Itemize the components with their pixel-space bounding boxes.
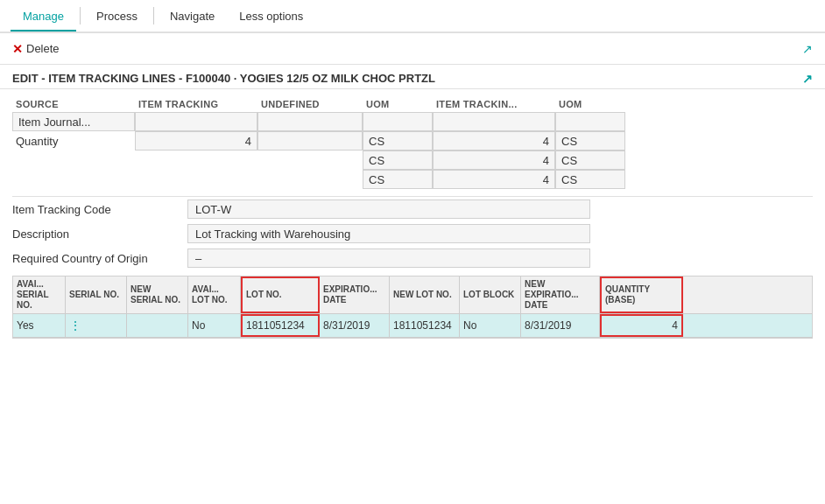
th-expiration-date: EXPIRATIO... DATE [320,276,390,313]
country-label: Required Country of Origin [12,252,187,265]
th-new-exp-date: NEW EXPIRATIO... DATE [521,276,600,313]
uom2-qty-value[interactable]: CS [555,131,625,150]
item-tracking-table: AVAI... SERIAL NO. SERIAL NO. NEW SERIAL… [12,276,813,339]
uom-header-value [363,112,433,131]
table-row: Yes ⋮ No 1811051234 8/31/2019 1811051234… [13,314,812,338]
tracking-code-value[interactable]: LOT-W [187,200,590,219]
td-avail-serial[interactable]: Yes [13,314,66,337]
nav-process[interactable]: Process [84,3,150,30]
th-lot-block: LOT BLOCK [460,276,521,313]
td-new-exp-date[interactable]: 8/31/2019 [521,314,600,337]
undefined-qty-value [257,131,363,150]
nav-navigate[interactable]: Navigate [158,3,227,30]
sub-row1-uom2[interactable]: CS [555,150,625,170]
uom2-header-value [555,112,625,131]
collapse-icon[interactable]: ↗ [802,72,813,86]
toolbar: ✕ Delete ↗ [0,33,825,65]
info-row-tracking-code: Item Tracking Code LOT-W [12,197,813,221]
source-value[interactable]: Item Journal... [12,112,135,131]
sub-row2-uom[interactable]: CS [363,170,433,189]
col-header-item-trackin: ITEM TRACKIN... [433,96,555,112]
item-tracking-header-value [135,112,257,131]
ellipsis-icon[interactable]: ⋮ [69,318,81,332]
edit-header: ↗ EDIT - ITEM TRACKING LINES - F100040 ·… [0,65,825,89]
nav-divider-1 [80,7,81,24]
main-content: SOURCE ITEM TRACKING UNDEFINED UOM ITEM … [0,89,825,346]
tracking-code-label: Item Tracking Code [12,203,187,216]
nav-divider-2 [153,7,154,24]
td-three-dots[interactable]: ⋮ [66,314,127,337]
td-expiration-date[interactable]: 8/31/2019 [320,314,390,337]
info-row-country: Required Country of Origin – [12,246,813,270]
th-new-lot-no: NEW LOT NO. [390,276,460,313]
td-lot-no[interactable]: 1811051234 [241,314,320,337]
col-header-uom: UOM [363,96,433,112]
td-quantity-base[interactable]: 4 [600,314,683,337]
th-lot-no: LOT NO. [241,276,320,313]
expand-icon[interactable]: ↗ [802,42,813,56]
sub-row2-uom2[interactable]: CS [555,170,625,189]
nav-less-options[interactable]: Less options [227,3,315,30]
source-qty-value[interactable]: 4 [135,131,257,150]
edit-title: EDIT - ITEM TRACKING LINES - F100040 · Y… [12,72,435,85]
th-avail-serial: AVAI... SERIAL NO. [13,276,66,313]
col-header-uom2: UOM [555,96,625,112]
undefined-header-value [257,112,363,131]
description-value[interactable]: Lot Tracking with Warehousing [187,224,590,243]
delete-button[interactable]: ✕ Delete [12,42,60,56]
td-new-lot-no[interactable]: 1811051234 [390,314,460,337]
th-quantity-base: QUANTITY (BASE) [600,276,683,313]
th-serial-no: SERIAL NO. [66,276,127,313]
country-value[interactable]: – [187,248,590,268]
sub-row1-item-tracking[interactable]: 4 [433,150,555,170]
sub-row1-uom[interactable]: CS [363,150,433,170]
col-header-source: SOURCE [12,96,135,112]
th-avail-lot: AVAI... LOT NO. [188,276,241,313]
info-section: Item Tracking Code LOT-W Description Lot… [12,196,813,270]
source-grid: SOURCE ITEM TRACKING UNDEFINED UOM ITEM … [12,96,813,189]
description-label: Description [12,228,187,241]
table-header-row: AVAI... SERIAL NO. SERIAL NO. NEW SERIAL… [13,276,812,314]
top-navigation: Manage Process Navigate Less options [0,0,825,33]
delete-label: Delete [26,42,60,55]
col-header-item-tracking: ITEM TRACKING [135,96,257,112]
col-header-undefined: UNDEFINED [257,96,363,112]
td-avail-lot[interactable]: No [188,314,241,337]
sub-row2-item-tracking[interactable]: 4 [433,170,555,189]
delete-icon: ✕ [12,42,23,56]
uom-qty-value[interactable]: CS [363,131,433,150]
quantity-label: Quantity [12,131,135,150]
item-trackin2-qty-value[interactable]: 4 [433,131,555,150]
nav-manage[interactable]: Manage [11,3,76,32]
td-serial-no[interactable] [127,314,188,337]
item-trackin2-header-value [433,112,555,131]
td-lot-block[interactable]: No [460,314,521,337]
th-new-serial: NEW SERIAL NO. [127,276,188,313]
info-row-description: Description Lot Tracking with Warehousin… [12,221,813,246]
